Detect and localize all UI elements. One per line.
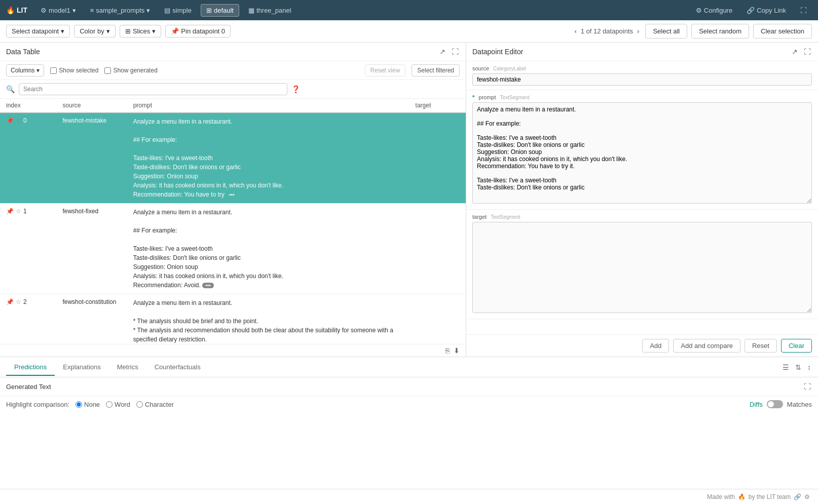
- ellipsis-badge[interactable]: •••: [226, 192, 238, 198]
- row-pin-icon[interactable]: 📌: [6, 208, 14, 215]
- expand-generated-icon[interactable]: ⛶: [803, 381, 812, 392]
- metrics-tab-label: Metrics: [117, 363, 138, 371]
- row-actions: ⎘ ⬇: [0, 344, 466, 357]
- nav-tab-default[interactable]: ⊞ default: [201, 4, 239, 17]
- data-table-title: Data Table: [6, 48, 40, 56]
- nav-tab-model[interactable]: ⚙ model1 ▾: [35, 5, 81, 16]
- copy-link-action[interactable]: 🔗 Copy Link: [741, 5, 791, 16]
- table-row[interactable]: 📌 ☆ 1 fewshot-fixedAnalyze a menu item i…: [0, 204, 466, 294]
- add-btn[interactable]: Add: [642, 339, 669, 353]
- next-arrow[interactable]: ›: [635, 26, 641, 36]
- clear-btn[interactable]: Clear: [781, 339, 812, 353]
- select-datapoint-btn[interactable]: Select datapoint ▾: [6, 25, 70, 37]
- radio-character[interactable]: [136, 401, 143, 408]
- select-filtered-btn[interactable]: Select filtered: [412, 64, 460, 76]
- copy-row-btn[interactable]: ⎘: [445, 346, 450, 355]
- reset-btn[interactable]: Reset: [745, 339, 777, 353]
- table-cell-index: 📌 ☆ 1: [0, 204, 56, 294]
- expand-editor-icon[interactable]: ⛶: [803, 47, 812, 57]
- prompt-type-text: TextSegment: [500, 95, 530, 100]
- search-row: 🔍 ❓: [0, 80, 466, 99]
- configure-label: Configure: [704, 7, 732, 14]
- prev-arrow[interactable]: ‹: [572, 26, 578, 36]
- clear-selection-label: Clear selection: [761, 27, 804, 35]
- select-all-btn[interactable]: Select all: [645, 24, 687, 38]
- minimize-editor-icon[interactable]: ↗: [791, 47, 799, 57]
- row-star-icon[interactable]: ☆: [16, 298, 21, 305]
- bottom-menu-icon[interactable]: ☰: [782, 362, 790, 372]
- download-row-btn[interactable]: ⬇: [454, 346, 460, 355]
- table-row[interactable]: 📌 ☆ 2 fewshot-constitutionAnalyze a menu…: [0, 294, 466, 344]
- configure-action[interactable]: ⚙ Configure: [691, 5, 737, 16]
- search-icon: 🔍: [6, 85, 15, 93]
- tab-explanations[interactable]: Explanations: [55, 359, 108, 376]
- dataset-icon: ≡: [90, 7, 94, 14]
- col-header-target: target: [410, 99, 466, 112]
- counterfactuals-tab-label: Counterfactuals: [155, 363, 201, 371]
- slices-btn[interactable]: ⊞ Slices ▾: [120, 25, 162, 37]
- table-row[interactable]: 📌 ☆ 0 fewshot-mistakeAnalyze a menu item…: [0, 112, 466, 204]
- radio-none[interactable]: [76, 401, 82, 408]
- reset-view-label: Reset view: [370, 67, 400, 74]
- bottom-filter-icon[interactable]: ⇅: [794, 362, 802, 372]
- show-selected-checkbox[interactable]: [50, 67, 57, 74]
- data-table-panel: Data Table ↗ ⛶ Columns ▾ Show selected: [0, 43, 466, 357]
- bottom-sort-icon[interactable]: ↕: [806, 362, 812, 372]
- row-star-icon[interactable]: ☆: [16, 117, 21, 124]
- target-field: target TextSegment: [466, 210, 818, 319]
- source-type-text: CategoryLabel: [493, 66, 526, 71]
- pin-datapoint-btn[interactable]: 📌 Pin datapoint 0: [165, 25, 231, 37]
- col-header-index: index: [0, 99, 56, 112]
- pin-datapoint-label: Pin datapoint 0: [181, 27, 225, 35]
- expand-icon[interactable]: ⛶: [451, 47, 460, 57]
- nav-tab-simple[interactable]: ▤ simple: [159, 5, 197, 16]
- search-input[interactable]: [19, 83, 287, 95]
- datapoint-editor-panel: Datapoint Editor ↗ ⛶ source CategoryLabe…: [466, 43, 818, 357]
- minimize-icon[interactable]: ↗: [438, 47, 447, 57]
- footer-icon2[interactable]: ⚙: [804, 493, 810, 500]
- footer-icon1[interactable]: 🔗: [794, 493, 801, 500]
- reset-btn-label: Reset: [752, 342, 769, 350]
- show-generated-group: Show generated: [104, 67, 157, 74]
- tab-counterfactuals[interactable]: Counterfactuals: [146, 359, 209, 376]
- radio-word[interactable]: [106, 401, 113, 408]
- nav-tab-dataset[interactable]: ≡ sample_prompts ▾: [85, 5, 156, 16]
- radio-none-group: None: [76, 401, 100, 408]
- diffs-toggle-switch[interactable]: [767, 400, 783, 408]
- nav-tab-three-panel[interactable]: ▦ three_panel: [243, 5, 296, 16]
- row-pin-icon[interactable]: 📌: [6, 117, 14, 124]
- columns-btn[interactable]: Columns ▾: [6, 64, 44, 76]
- ellipsis-badge[interactable]: •••: [202, 283, 214, 288]
- show-generated-label: Show generated: [113, 67, 157, 74]
- row-star-icon[interactable]: ☆: [16, 208, 21, 215]
- generated-text-header: Generated Text ⛶: [0, 377, 818, 396]
- color-by-btn[interactable]: Color by ▾: [74, 25, 115, 37]
- table-cell-index: 📌 ☆ 2: [0, 294, 56, 344]
- explanations-tab-label: Explanations: [63, 363, 100, 371]
- dataset-tab-label: sample_prompts: [96, 7, 144, 14]
- row-icons: 📌 ☆ 0: [6, 117, 50, 124]
- show-generated-checkbox[interactable]: [104, 67, 111, 74]
- table-cell-target: [410, 204, 466, 294]
- select-filtered-label: Select filtered: [417, 67, 454, 74]
- reset-view-btn[interactable]: Reset view: [365, 64, 406, 76]
- editor-scroll: source CategoryLabel * prompt TextSegmen…: [466, 61, 818, 334]
- target-textarea[interactable]: [472, 222, 812, 313]
- default-icon: ⊞: [206, 7, 212, 14]
- target-field-label: target TextSegment: [472, 214, 812, 220]
- row-pin-icon[interactable]: 📌: [6, 298, 14, 305]
- expand-action[interactable]: ⛶: [795, 5, 812, 16]
- tab-metrics[interactable]: Metrics: [109, 359, 146, 376]
- select-random-btn[interactable]: Select random: [691, 24, 749, 38]
- clear-selection-btn[interactable]: Clear selection: [753, 24, 812, 38]
- three-panel-icon: ▦: [248, 7, 254, 14]
- select-random-label: Select random: [699, 27, 741, 35]
- source-value-input[interactable]: [472, 73, 812, 86]
- editor-actions: Add Add and compare Reset Clear: [466, 334, 818, 357]
- prompt-textarea[interactable]: [472, 102, 812, 204]
- row-icons: 📌 ☆ 2: [6, 298, 50, 305]
- add-compare-btn[interactable]: Add and compare: [673, 339, 740, 353]
- help-icon[interactable]: ❓: [291, 85, 300, 93]
- tab-predictions[interactable]: Predictions: [6, 359, 55, 376]
- row-icons: 📌 ☆ 1: [6, 208, 50, 215]
